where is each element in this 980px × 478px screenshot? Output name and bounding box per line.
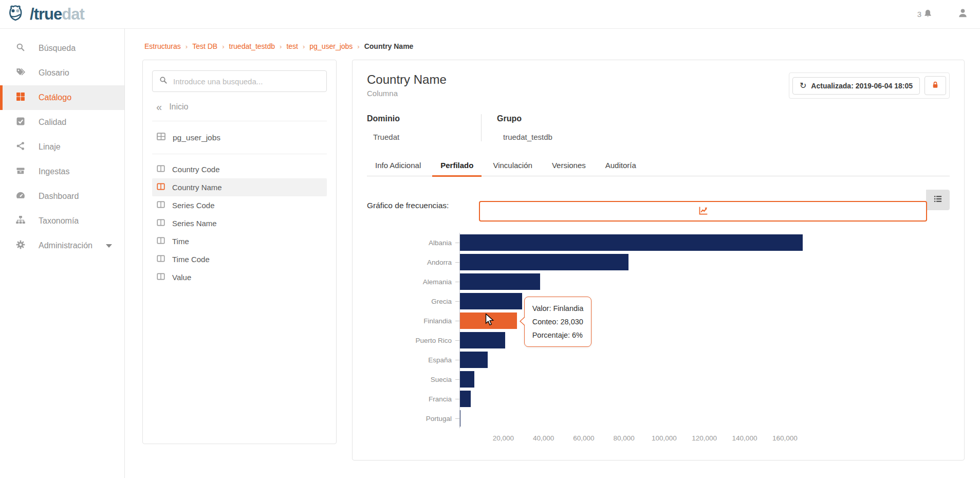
chart-bar-puerto-rico[interactable] [460,332,505,348]
breadcrumb-link[interactable]: test [286,42,298,50]
x-axis-tick-label: 20,000 [493,434,514,442]
list-view-button[interactable] [926,190,950,210]
breadcrumb-link[interactable]: Estructuras [144,42,181,50]
notifications-button[interactable]: 3 [917,8,933,21]
tooltip-value-line: Valor: Finlandia [532,302,584,315]
chart-y-label: Alemania [367,278,455,286]
chart-track [459,291,815,311]
table-icon [156,132,166,143]
breadcrumb-link[interactable]: Test DB [192,42,217,50]
sidebar-item-administracion[interactable]: Administración [0,233,124,258]
column-icon [156,200,165,211]
lock-button[interactable] [924,76,946,95]
column-item-country-code[interactable]: Country Code [152,160,327,178]
breadcrumb-separator: › [186,43,188,50]
breadcrumb-link[interactable]: pg_user_jobs [309,42,353,50]
breadcrumb-separator: › [280,43,282,50]
sidebar-item-dashboard[interactable]: Dashboard [0,184,124,209]
tab-perfilado[interactable]: Perfilado [432,156,482,176]
explorer-search[interactable] [152,70,327,92]
chart-bar-andorra[interactable] [460,254,628,270]
breadcrumb-link[interactable]: truedat_testdb [229,42,275,50]
gauge-icon [15,190,26,203]
chart-row: España [367,350,815,370]
check-square-icon [15,116,26,128]
y-axis-tick [455,379,459,380]
list-icon [933,194,943,206]
chart-y-label: Albania [367,239,455,247]
tab-auditoria[interactable]: Auditoría [597,156,644,176]
sidebar-item-linaje[interactable]: Linaje [0,135,124,159]
app-logo[interactable]: /truedat [7,3,84,26]
x-axis-tick-label: 160,000 [772,434,798,442]
topbar: /truedat 3 [0,0,980,29]
chart-row: Alemania [367,272,815,291]
chart-track [459,272,815,291]
search-input[interactable] [173,77,320,86]
chart-y-label: Portugal [367,415,455,422]
y-axis-tick [455,301,459,302]
chart-bar-grecia[interactable] [460,293,522,309]
column-item-country-name[interactable]: Country Name [152,178,327,196]
chart-row: FinlandiaValor: FinlandiaConteo: 28,030P… [367,311,815,330]
chart-rows: AlbaniaAndorraAlemaniaGreciaFinlandiaVal… [367,233,815,428]
chart-row: Albania [367,233,815,252]
y-axis-tick [455,399,459,399]
search-icon [15,42,26,54]
column-item-value[interactable]: Value [152,268,327,286]
breadcrumb-separator: › [357,43,359,50]
chart-y-label: Suecia [367,376,455,383]
tab-info-adicional[interactable]: Info Adicional [367,156,429,176]
chart-view-button[interactable] [479,201,927,222]
chart-bar-suecia[interactable] [460,371,474,388]
x-axis-tick-label: 60,000 [573,434,594,442]
grid-icon [15,91,26,104]
sidebar-item-glosario[interactable]: Glosario [0,61,124,85]
column-item-time-code[interactable]: Time Code [152,250,327,268]
structure-detail: Country Name Columna ↻ Actualizada: 2019… [352,60,965,461]
explorer-back-inicio[interactable]: « Inicio [152,92,327,121]
chart-y-label: Finlandia [367,317,455,325]
chart-track [459,233,815,252]
column-icon [156,182,165,193]
sidebar-item-ingestas[interactable]: Ingestas [0,159,124,184]
chart-row: Andorra [367,252,815,272]
sidebar-item-calidad[interactable]: Calidad [0,110,124,135]
column-list: Country Code Country Name Series Code Se… [152,154,327,286]
column-item-time[interactable]: Time [152,232,327,250]
refresh-metadata-button[interactable]: ↻ Actualizada: 2019-06-04 18:05 [792,77,920,95]
chart-section-label: Gráfico de frecuencias: [367,201,449,210]
y-axis-tick [455,360,459,360]
refresh-icon: ↻ [800,82,806,90]
chart-bar-albania[interactable] [460,234,803,251]
tab-versiones[interactable]: Versiones [544,156,594,176]
chart-track [459,252,815,272]
column-item-series-name[interactable]: Series Name [152,214,327,232]
detail-actions: ↻ Actualizada: 2019-06-04 18:05 [789,72,950,99]
chart-y-label: Francia [367,395,455,403]
detail-fields: Dominio Truedat Grupo truedat_testdb [367,114,950,141]
sidebar-item-busqueda[interactable]: Búsqueda [0,36,124,61]
chart-bar-españa[interactable] [460,352,488,368]
chart-row: Suecia [367,370,815,389]
column-icon [156,272,165,283]
main-content: Estructuras› Test DB› truedat_testdb› te… [125,29,980,478]
chart-bar-francia[interactable] [460,391,471,407]
y-axis-tick [455,321,459,321]
sidebar-item-catalogo[interactable]: Catálogo [0,85,124,110]
chart-y-label: Puerto Rico [367,337,455,344]
chart-track [459,330,815,350]
chart-track: Valor: FinlandiaConteo: 28,030Porcentaje… [459,311,815,330]
sidebar-item-taxonomia[interactable]: Taxonomía [0,209,124,233]
chart-bar-portugal[interactable] [460,410,460,427]
explorer-table-pg-user-jobs[interactable]: pg_user_jobs [152,121,327,154]
column-icon [156,236,165,247]
column-icon [156,164,165,175]
column-item-series-code[interactable]: Series Code [152,196,327,214]
share-icon [15,141,26,153]
y-axis-tick [455,418,459,419]
chart-bar-alemania[interactable] [460,273,540,290]
notifications-count: 3 [917,10,921,19]
user-menu-button[interactable] [957,7,969,21]
tab-vinculacion[interactable]: Vinculación [485,156,540,176]
